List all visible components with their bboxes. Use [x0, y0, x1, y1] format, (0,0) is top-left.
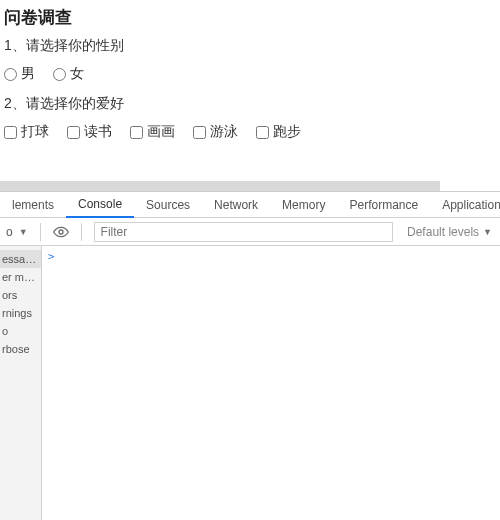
tab-performance[interactable]: Performance	[337, 192, 430, 218]
devtools-drag-handle[interactable]	[0, 181, 440, 191]
chevron-down-icon[interactable]: ▼	[19, 227, 28, 237]
survey-page: 问卷调查 1、请选择你的性别 男 女 2、请选择你的爱好 打球 读书 画画 游泳	[0, 0, 500, 165]
option-draw[interactable]: 画画	[130, 123, 175, 141]
divider	[81, 223, 82, 241]
console-prompt-icon: >	[48, 250, 55, 263]
filter-input[interactable]	[94, 222, 393, 242]
context-label[interactable]: o	[6, 225, 13, 239]
tab-memory[interactable]: Memory	[270, 192, 337, 218]
option-label: 打球	[21, 123, 49, 141]
option-label: 跑步	[273, 123, 301, 141]
radio-male[interactable]	[4, 68, 17, 81]
question-2-options: 打球 读书 画画 游泳 跑步	[4, 123, 500, 141]
svg-point-0	[59, 230, 63, 234]
levels-label: Default levels	[407, 225, 479, 239]
sidebar-item-warnings[interactable]: rnings	[0, 304, 41, 322]
option-label: 女	[70, 65, 84, 83]
checkbox-draw[interactable]	[130, 126, 143, 139]
sidebar-item-messages[interactable]: essages	[0, 250, 41, 268]
page-title: 问卷调查	[4, 6, 500, 29]
checkbox-run[interactable]	[256, 126, 269, 139]
divider	[40, 223, 41, 241]
toolbar-left: o ▼	[0, 218, 94, 245]
question-1-options: 男 女	[4, 65, 500, 83]
spacer	[0, 165, 500, 181]
eye-icon[interactable]	[53, 224, 69, 240]
option-run[interactable]: 跑步	[256, 123, 301, 141]
option-label: 画画	[147, 123, 175, 141]
console-body: essages er me... ors rnings o rbose >	[0, 246, 500, 520]
tab-application[interactable]: Application	[430, 192, 500, 218]
tab-console[interactable]: Console	[66, 192, 134, 218]
option-read[interactable]: 读书	[67, 123, 112, 141]
console-toolbar: o ▼ Default levels ▼	[0, 218, 500, 246]
tab-network[interactable]: Network	[202, 192, 270, 218]
sidebar-item-info[interactable]: o	[0, 322, 41, 340]
tab-elements[interactable]: lements	[0, 192, 66, 218]
question-2-text: 2、请选择你的爱好	[4, 95, 500, 113]
question-1-text: 1、请选择你的性别	[4, 37, 500, 55]
option-female[interactable]: 女	[53, 65, 84, 83]
radio-female[interactable]	[53, 68, 66, 81]
chevron-down-icon: ▼	[483, 227, 492, 237]
sidebar-item-errors[interactable]: ors	[0, 286, 41, 304]
log-levels-dropdown[interactable]: Default levels ▼	[399, 225, 500, 239]
option-swim[interactable]: 游泳	[193, 123, 238, 141]
option-label: 男	[21, 65, 35, 83]
checkbox-swim[interactable]	[193, 126, 206, 139]
devtools-tabs: lements Console Sources Network Memory P…	[0, 192, 500, 218]
option-label: 读书	[84, 123, 112, 141]
option-ball[interactable]: 打球	[4, 123, 49, 141]
sidebar-item-verbose[interactable]: rbose	[0, 340, 41, 358]
console-sidebar: essages er me... ors rnings o rbose	[0, 246, 42, 520]
sidebar-item-user-messages[interactable]: er me...	[0, 268, 41, 286]
checkbox-read[interactable]	[67, 126, 80, 139]
checkbox-ball[interactable]	[4, 126, 17, 139]
console-output[interactable]: >	[42, 246, 500, 520]
devtools-panel: lements Console Sources Network Memory P…	[0, 191, 500, 520]
tab-sources[interactable]: Sources	[134, 192, 202, 218]
option-male[interactable]: 男	[4, 65, 35, 83]
option-label: 游泳	[210, 123, 238, 141]
